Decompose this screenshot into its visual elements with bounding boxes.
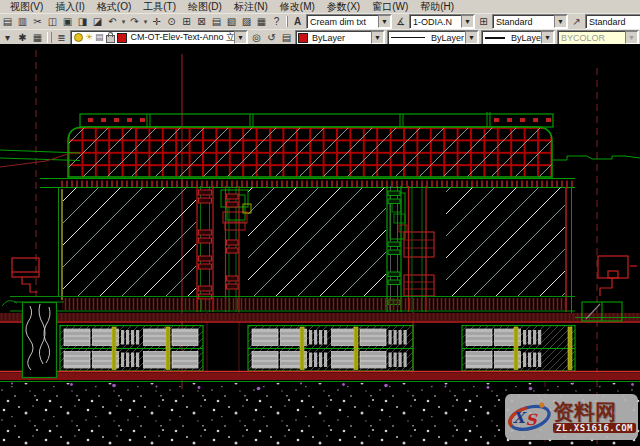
menu-item-tools[interactable]: 工具(T) bbox=[137, 0, 182, 14]
chevron-down-icon[interactable]: ▼ bbox=[465, 31, 478, 44]
standard-toolbar-row: ▤▥✂◫▣◨◪↶▾↷▾✛⊙⊞⊠▤▧▨▦? A Cream dim txt ▼ ∡… bbox=[0, 13, 640, 29]
layer-combo[interactable]: ☀▤ CM-OT-Elev-Text-Anno 立面注释 ▼ bbox=[70, 30, 248, 45]
layer-on-icon[interactable] bbox=[74, 33, 83, 42]
redo-dropdown-icon[interactable]: ▾ bbox=[142, 15, 149, 28]
dim-style-value: 1-ODIA.N bbox=[410, 17, 461, 27]
menu-item-modify[interactable]: 修改(M) bbox=[274, 0, 321, 14]
redo-icon[interactable]: ↷ bbox=[127, 15, 142, 28]
chevron-down-icon[interactable]: ▼ bbox=[461, 15, 474, 28]
dim-style-combo[interactable]: 1-ODIA.N ▼ bbox=[409, 14, 475, 29]
copy-icon[interactable]: ◫ bbox=[45, 15, 60, 28]
color-swatch-icon bbox=[298, 33, 308, 43]
plot-style-combo: BYCOLOR ▼ bbox=[557, 30, 639, 45]
mullion-column-1 bbox=[197, 186, 251, 374]
multileader-style-combo[interactable]: Standard bbox=[585, 14, 640, 29]
menu-item-help[interactable]: 帮助(H) bbox=[414, 0, 460, 14]
chevron-down-icon[interactable]: ▼ bbox=[378, 15, 391, 28]
layer-lock-icon[interactable] bbox=[106, 35, 115, 43]
linetype-sample-icon bbox=[391, 37, 425, 38]
chevron-down-icon[interactable]: ▼ bbox=[371, 31, 384, 44]
watermark-url: ZL.XS1616.COM bbox=[553, 423, 636, 433]
fixture-right bbox=[598, 256, 637, 296]
layers-toolbar-row: ▾✱▦ ≣ ☀▤ CM-OT-Elev-Text-Anno 立面注释 ▼ ◎↺▤… bbox=[0, 29, 640, 45]
chevron-down-icon: ▼ bbox=[625, 31, 638, 44]
layer-properties-manager-icon[interactable]: ≣ bbox=[54, 31, 69, 44]
help-icon[interactable]: ? bbox=[269, 15, 284, 28]
roof-assembly bbox=[0, 112, 640, 188]
multileader-style-button[interactable]: ↗ bbox=[569, 15, 584, 28]
toolbar-overflow-icon[interactable]: ▾ bbox=[0, 31, 15, 44]
layer-freeze-icon[interactable]: ☀ bbox=[85, 33, 93, 42]
layer-previous-icon[interactable]: ↺ bbox=[264, 31, 279, 44]
spandrel-band bbox=[0, 313, 640, 322]
table-style-combo[interactable]: Standard ▼ bbox=[492, 14, 568, 29]
watermark: X S 资料网 ZL.XS1616.COM bbox=[505, 394, 638, 440]
linetype-combo[interactable]: ByLayer ▼ bbox=[387, 30, 479, 45]
designcenter-icon[interactable]: ▧ bbox=[224, 15, 239, 28]
stone-panel-band bbox=[60, 326, 575, 372]
text-style-button[interactable]: A bbox=[290, 15, 305, 28]
menu-item-insert[interactable]: 插入(I) bbox=[49, 0, 90, 14]
watermark-logo-icon: X S bbox=[507, 396, 552, 438]
menu-bar: 视图(V)插入(I)格式(O)工具(T)绘图(D)标注(N)修改(M)参数(X)… bbox=[0, 0, 640, 13]
current-layer-name: CM-OT-Elev-Text-Anno 立面注释 bbox=[128, 31, 234, 44]
watermark-site-name: 资料网 bbox=[553, 401, 616, 423]
zoom-window-icon[interactable]: ⊞ bbox=[179, 15, 194, 28]
menu-item-parametric[interactable]: 参数(X) bbox=[321, 0, 366, 14]
linetype-value: ByLayer bbox=[428, 33, 465, 43]
menu-item-view[interactable]: 视图(V) bbox=[4, 0, 49, 14]
palette-icon[interactable]: ▦ bbox=[30, 31, 45, 44]
menu-item-draw[interactable]: 绘图(D) bbox=[182, 0, 228, 14]
chevron-down-icon[interactable]: ▼ bbox=[554, 15, 567, 28]
grille-band bbox=[10, 297, 575, 312]
layer-color-swatch[interactable] bbox=[117, 33, 127, 43]
markup-icon[interactable]: ▥ bbox=[15, 15, 30, 28]
chevron-down-icon[interactable]: ▼ bbox=[541, 31, 554, 44]
zoom-realtime-icon[interactable]: ⊙ bbox=[164, 15, 179, 28]
properties-icon[interactable]: ▤ bbox=[209, 15, 224, 28]
pan-icon[interactable]: ✛ bbox=[149, 15, 164, 28]
drawing-canvas[interactable] bbox=[0, 44, 640, 446]
zoom-previous-icon[interactable]: ⊠ bbox=[194, 15, 209, 28]
paste-icon[interactable]: ▣ bbox=[60, 15, 75, 28]
calculator-icon[interactable]: ▦ bbox=[254, 15, 269, 28]
color-combo[interactable]: ByLayer ▼ bbox=[295, 30, 385, 45]
lineweight-sample-icon bbox=[485, 37, 505, 39]
menu-item-format[interactable]: 格式(O) bbox=[91, 0, 137, 14]
lineweight-value: ByLayer bbox=[508, 33, 541, 43]
table-style-button[interactable]: ⊞ bbox=[476, 15, 491, 28]
gear-icon[interactable]: ✱ bbox=[15, 31, 30, 44]
toolbar-grip[interactable] bbox=[286, 16, 288, 27]
text-style-value: Cream dim txt bbox=[307, 17, 378, 27]
menu-item-window[interactable]: 窗口(W) bbox=[366, 0, 414, 14]
layer-plot-icon[interactable]: ▤ bbox=[95, 33, 104, 42]
make-object-layer-current-icon[interactable]: ◎ bbox=[249, 31, 264, 44]
menu-item-dimension[interactable]: 标注(N) bbox=[228, 0, 274, 14]
match-properties-icon[interactable]: ◨ bbox=[75, 15, 90, 28]
color-value: ByLayer bbox=[309, 33, 371, 43]
fixture-left bbox=[12, 258, 39, 292]
table-style-value: Standard bbox=[493, 17, 554, 27]
block-editor-icon[interactable]: ◪ bbox=[90, 15, 105, 28]
plot-style-value: BYCOLOR bbox=[558, 33, 625, 43]
lineweight-combo[interactable]: ByLayer ▼ bbox=[481, 30, 555, 45]
sheet-set-manager-icon[interactable]: ▤ bbox=[0, 15, 15, 28]
multileader-style-value: Standard bbox=[586, 17, 640, 27]
toolbar-grip[interactable] bbox=[47, 32, 52, 43]
undo-dropdown-icon[interactable]: ▾ bbox=[120, 15, 127, 28]
application-chrome: 视图(V)插入(I)格式(O)工具(T)绘图(D)标注(N)修改(M)参数(X)… bbox=[0, 0, 640, 44]
cut-icon[interactable]: ✂ bbox=[30, 15, 45, 28]
tree-symbol bbox=[2, 301, 64, 378]
chevron-down-icon[interactable]: ▼ bbox=[234, 31, 247, 44]
layer-states-icon[interactable]: ▤ bbox=[279, 31, 294, 44]
tool-palettes-icon[interactable]: ▨ bbox=[239, 15, 254, 28]
undo-icon[interactable]: ↶ bbox=[105, 15, 120, 28]
dim-style-button[interactable]: ∡ bbox=[393, 15, 408, 28]
text-style-combo[interactable]: Cream dim txt ▼ bbox=[306, 14, 392, 29]
